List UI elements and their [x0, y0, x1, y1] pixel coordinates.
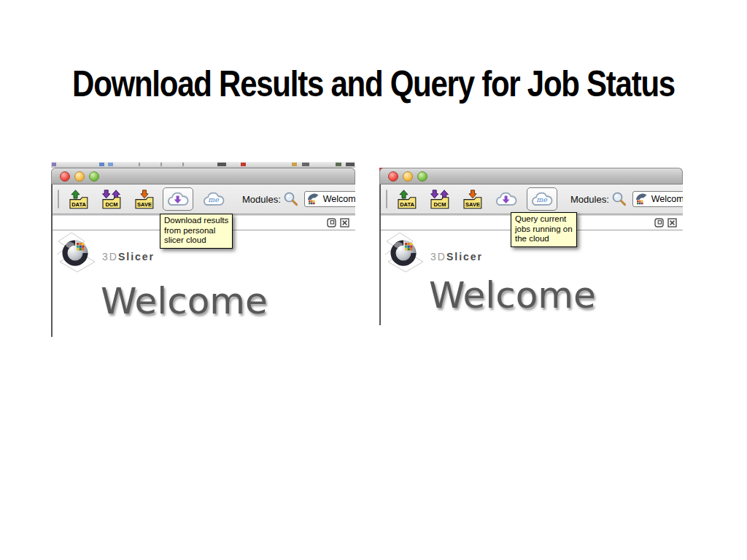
cloud-account-button[interactable]: me [198, 187, 229, 211]
window-fragment [346, 163, 355, 166]
cloud-account-icon: me [201, 191, 226, 207]
zoom-traffic-light[interactable] [417, 171, 427, 182]
toolbar-drag-handle[interactable] [386, 190, 387, 209]
tooltip-line: jobs running on [515, 225, 573, 235]
minimize-traffic-light[interactable] [74, 171, 85, 182]
welcome-heading: Welcome [429, 274, 596, 316]
load-dicom-button[interactable]: DCM [98, 187, 125, 211]
load-dicom-icon: DCM [101, 190, 122, 209]
zoom-traffic-light[interactable] [89, 171, 99, 182]
slicer-logo-icon [384, 233, 427, 275]
logotype-slicer: Slicer [446, 251, 483, 262]
cloud-download-icon [166, 191, 190, 207]
undock-panel-button[interactable] [654, 218, 664, 228]
cloud-download-button[interactable] [491, 187, 522, 211]
save-icon: SAVE [134, 190, 155, 209]
toolbar-drag-handle[interactable] [58, 190, 59, 209]
load-dicom-icon: DCM [430, 190, 450, 209]
slicer-window-download: DATA DCM SAVE [51, 162, 355, 337]
slicer-logo-icon [55, 233, 99, 275]
close-panel-button[interactable] [340, 218, 349, 228]
tooltip-line: slicer cloud [164, 236, 228, 246]
tooltip-line: from personal [164, 226, 228, 236]
window-titlebar[interactable] [51, 168, 355, 184]
welcome-heading: Welcome [101, 280, 268, 322]
window-fragment [182, 163, 184, 166]
tooltip-line: the cloud [515, 234, 573, 244]
main-toolbar: DATA DCM SAVE [381, 184, 683, 214]
window-fragment [302, 163, 309, 166]
minimize-traffic-light[interactable] [403, 171, 413, 182]
slicer-logotype: 3DSlicer [430, 251, 483, 262]
load-data-button[interactable]: DATA [66, 187, 92, 211]
window-titlebar[interactable] [379, 168, 683, 184]
slide-title: Download Results and Query for Job Statu… [60, 63, 687, 105]
save-icon: SAVE [462, 190, 483, 209]
save-label: SAVE [137, 201, 152, 208]
cloud-account-button[interactable]: me [527, 187, 557, 211]
window-fragment [241, 163, 246, 166]
cloud-account-icon: me [530, 191, 554, 207]
tooltip-line: Download results [164, 216, 228, 226]
cloud-account-label: me [208, 195, 220, 203]
load-dicom-label: DCM [433, 201, 446, 208]
search-icon [611, 191, 627, 207]
logotype-3d: 3D [102, 251, 118, 262]
load-dicom-label: DCM [105, 201, 117, 208]
close-panel-icon [340, 218, 349, 228]
window-fragment [292, 163, 297, 166]
welcome-module-icon [636, 193, 648, 205]
window-fragment [108, 163, 113, 166]
load-data-label: DATA [400, 201, 414, 208]
modules-label: Modules: [242, 194, 281, 205]
undock-panel-icon [654, 218, 664, 228]
logotype-3d: 3D [430, 251, 446, 262]
tooltip-line: Query current [515, 214, 573, 225]
cloud-download-icon [494, 191, 519, 207]
welcome-module-icon [308, 193, 320, 205]
window-fragment [139, 163, 140, 166]
logotype-slicer: Slicer [118, 251, 155, 262]
load-data-button[interactable]: DATA [394, 187, 420, 211]
load-data-label: DATA [71, 201, 86, 208]
undock-panel-icon [327, 218, 336, 228]
save-label: SAVE [465, 201, 480, 208]
slicer-window-query: DATA DCM SAVE [379, 168, 683, 325]
close-traffic-light[interactable] [388, 171, 398, 182]
module-search-button[interactable] [283, 191, 299, 207]
module-search-button[interactable] [611, 191, 627, 207]
module-selector-value: Welcome to Slicer [651, 194, 683, 204]
undock-panel-button[interactable] [327, 218, 336, 228]
download-tooltip: Download results from personal slicer cl… [160, 214, 233, 249]
load-dicom-button[interactable]: DCM [427, 187, 453, 211]
window-fragment [160, 163, 162, 166]
module-selector[interactable]: Welcome to Slicer [632, 191, 683, 207]
load-data-icon: DATA [69, 190, 89, 209]
window-fragment [336, 163, 341, 166]
load-data-icon: DATA [397, 190, 417, 209]
close-panel-icon [667, 218, 677, 228]
cloud-download-button[interactable] [163, 187, 193, 211]
main-toolbar: DATA DCM SAVE [53, 184, 355, 214]
close-traffic-light[interactable] [60, 171, 70, 182]
presentation-slide: Download Results and Query for Job Statu… [0, 0, 747, 560]
close-panel-button[interactable] [667, 218, 677, 228]
slicer-logotype: 3DSlicer [102, 251, 155, 262]
window-fragment [217, 163, 226, 166]
window-fragment [99, 163, 104, 166]
window-fragment [52, 163, 56, 166]
search-icon [283, 191, 299, 207]
background-window-strip [51, 162, 355, 168]
save-button[interactable]: SAVE [460, 187, 486, 211]
module-selector[interactable]: Welcome to Slicer [304, 191, 355, 207]
query-tooltip: Query current jobs running on the cloud [511, 212, 577, 247]
module-selector-value: Welcome to Slicer [323, 194, 355, 204]
modules-label: Modules: [570, 194, 609, 205]
save-button[interactable]: SAVE [131, 187, 158, 211]
cloud-account-label: me [536, 195, 548, 203]
